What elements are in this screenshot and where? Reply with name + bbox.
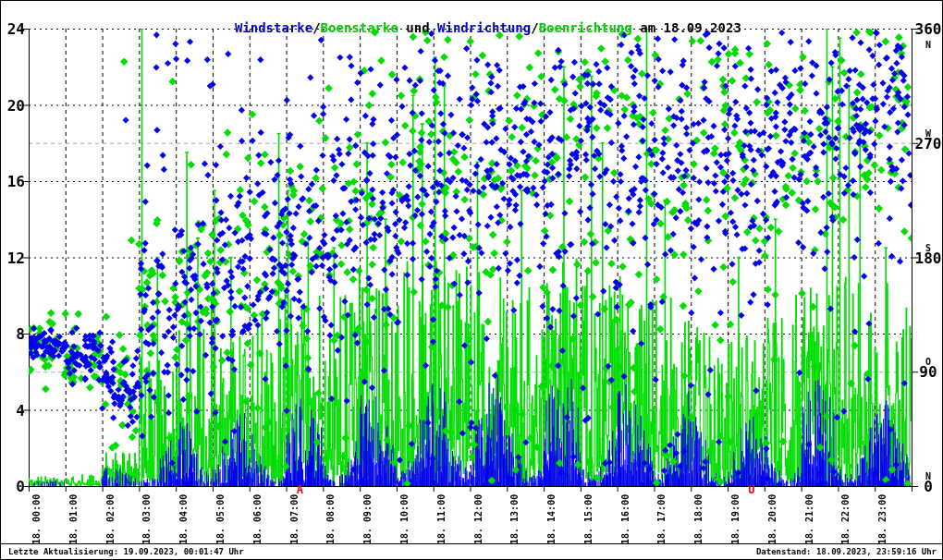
data-timestamp-text: Datenstand: 18.09.2023, 23:59:16 Uhr: [756, 547, 937, 556]
x-tick-16: 18. 16:00: [620, 491, 632, 544]
y-left-tick-12: 12: [1, 250, 25, 267]
title-und: und: [398, 20, 437, 35]
title-slash2: /: [531, 20, 538, 35]
compass-letter-90: O: [914, 357, 942, 367]
x-tick-0: 18. 00:00: [31, 491, 43, 544]
x-tick-14: 18. 14:00: [546, 491, 558, 544]
chart-title: Windstarke/Boenstarke und Windrichtung/B…: [1, 6, 943, 50]
title-wind-dir: Windrichtung: [437, 20, 531, 35]
y-left-tick-16: 16: [1, 173, 25, 190]
compass-letter-270: W: [914, 128, 942, 139]
x-tick-18: 18. 18:00: [693, 491, 705, 544]
title-wind-speed: Windstarke: [235, 20, 312, 35]
wind-chart-page: Windstarke/Boenstarke und Windrichtung/B…: [0, 0, 943, 560]
title-gust-dir: Boenrichtung: [539, 20, 632, 35]
x-tick-3: 18. 03:00: [141, 491, 153, 544]
last-update-text: Letzte Aktualisierung: 19.09.2023, 00:01…: [8, 547, 244, 556]
y-left-tick-24: 24: [1, 20, 25, 38]
compass-letter-360: N: [914, 40, 942, 50]
x-tick-21: 18. 21:00: [804, 491, 816, 544]
x-tick-7: 18. 07:00: [289, 491, 301, 544]
x-tick-6: 18. 06:00: [252, 491, 264, 544]
x-tick-5: 18. 05:00: [215, 491, 227, 544]
x-tick-17: 18. 17:00: [656, 491, 668, 544]
x-tick-9: 18. 09:00: [362, 491, 374, 544]
x-tick-22: 18. 22:00: [840, 491, 852, 544]
x-tick-10: 18. 10:00: [399, 491, 411, 544]
x-tick-19: 18. 19:00: [730, 491, 742, 544]
x-tick-8: 18. 08:00: [325, 491, 337, 544]
y-left-tick-8: 8: [1, 325, 25, 343]
compass-letter-180: S: [914, 243, 942, 253]
y-left-tick-0: 0: [1, 478, 25, 495]
x-tick-12: 18. 12:00: [473, 491, 485, 544]
sunset-marker: U: [746, 483, 757, 496]
title-gust-speed: Boenstarke: [321, 20, 398, 35]
y-left-tick-20: 20: [1, 97, 25, 115]
title-slash1: /: [312, 20, 320, 35]
x-tick-11: 18. 11:00: [436, 491, 448, 544]
y-left-tick-4: 4: [1, 402, 25, 420]
x-tick-20: 18. 20:00: [767, 491, 779, 544]
y-right-tick-360: 360: [914, 20, 942, 38]
x-tick-23: 18. 23:00: [877, 491, 889, 544]
title-date: am 18.09.2023: [632, 20, 741, 35]
footer-divider: [1, 543, 943, 544]
x-tick-15: 18. 15:00: [583, 491, 595, 544]
x-tick-13: 18. 13:00: [509, 491, 521, 544]
x-tick-2: 18. 02:00: [105, 491, 117, 544]
wind-chart-canvas: [1, 1, 943, 560]
compass-letter-0: N: [914, 471, 942, 481]
sunrise-marker: A: [294, 483, 305, 496]
x-tick-4: 18. 04:00: [178, 491, 190, 544]
x-tick-1: 18. 01:00: [68, 491, 80, 544]
